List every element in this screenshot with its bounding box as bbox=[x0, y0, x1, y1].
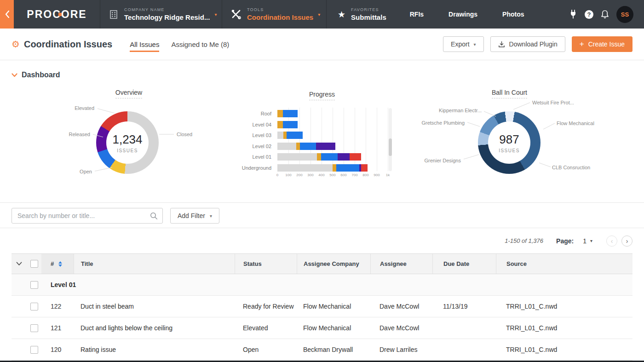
bar-category-label: Level 03 bbox=[230, 132, 271, 139]
search-box bbox=[12, 208, 163, 224]
bar-category-label: Level 02 bbox=[230, 143, 271, 150]
pagination-bar: 1-150 of 1,376 Page: 1 ▾ ‹ › bbox=[0, 228, 644, 253]
gridline bbox=[388, 108, 388, 171]
bar-category-label: Roof bbox=[230, 110, 271, 117]
group-checkbox[interactable] bbox=[30, 281, 38, 289]
donut-segment-label: Kipperman Electr... bbox=[439, 108, 482, 113]
gridline bbox=[366, 108, 366, 171]
table-header-row: # Title Status Assignee Company Assignee… bbox=[12, 253, 632, 274]
row-checkbox[interactable] bbox=[30, 324, 38, 332]
column-header-assignee-company[interactable]: Assignee Company bbox=[297, 254, 370, 274]
table-body: 122Duct in steel beamReady for ReviewFlo… bbox=[12, 296, 632, 361]
add-filter-button[interactable]: Add Filter ▾ bbox=[170, 208, 219, 224]
help-icon[interactable]: ? bbox=[585, 10, 593, 19]
stacked-bar[interactable] bbox=[277, 153, 361, 161]
ball-in-court-donut-center: 987 ISSUES bbox=[488, 121, 530, 164]
nav-link-rfis[interactable]: RFIs bbox=[397, 0, 436, 29]
plugin-icon[interactable] bbox=[569, 9, 578, 19]
cell-assignee: Drew Larriles bbox=[370, 346, 432, 353]
nav-back-button[interactable] bbox=[0, 0, 14, 29]
bar-segment-yellow bbox=[296, 143, 300, 150]
gridline bbox=[377, 108, 377, 171]
nav-link-photos[interactable]: Photos bbox=[490, 0, 536, 29]
column-header-number[interactable]: # bbox=[41, 254, 74, 274]
nav-link-photos-label: Photos bbox=[502, 11, 524, 18]
stacked-bar[interactable] bbox=[277, 143, 335, 150]
page-caret-icon: ▾ bbox=[590, 238, 592, 243]
add-filter-label: Add Filter bbox=[178, 212, 205, 219]
select-all-checkbox[interactable] bbox=[30, 260, 38, 268]
column-header-due-date[interactable]: Due Date bbox=[432, 254, 496, 274]
overview-chart: Overview 1,234 ISSUES ElevatedReleasedOp… bbox=[51, 86, 207, 189]
company-picker[interactable]: COMPANY NAME Technology Ridge Resid... ▾ bbox=[100, 0, 222, 29]
bar-segment-yellow bbox=[277, 121, 283, 128]
tab-assigned-to-me[interactable]: Assigned to Me (8) bbox=[171, 36, 229, 52]
favorite-submittals[interactable]: ★ FAVORITES Submittals bbox=[327, 0, 397, 29]
create-issue-button[interactable]: + Create Issue bbox=[572, 36, 632, 52]
building-icon bbox=[109, 9, 119, 19]
gear-icon[interactable]: ⚙ bbox=[12, 40, 20, 49]
procore-logo[interactable]: PROCORE bbox=[14, 0, 100, 29]
nav-link-drawings[interactable]: Drawings bbox=[436, 0, 490, 29]
gridline bbox=[310, 108, 311, 171]
cell-assignee: Dave McCowl bbox=[370, 303, 432, 310]
sort-arrows-icon[interactable] bbox=[58, 261, 62, 267]
donut-segment-label: Closed bbox=[177, 132, 192, 137]
overview-total-label: ISSUES bbox=[117, 148, 138, 153]
bar-segment-blue bbox=[287, 132, 303, 139]
table-row[interactable]: 121Duct and lights below the ceilingElev… bbox=[12, 317, 632, 339]
chevron-down-icon bbox=[12, 73, 17, 77]
download-plugin-button[interactable]: Download Plugin bbox=[490, 36, 565, 52]
tabs: All Issues Assigned to Me (8) bbox=[130, 36, 229, 52]
row-checkbox[interactable] bbox=[30, 346, 38, 354]
export-button[interactable]: Export ▾ bbox=[443, 36, 484, 52]
stacked-bar[interactable] bbox=[277, 164, 368, 172]
bar-segment-yellow bbox=[283, 132, 287, 139]
next-page-button[interactable]: › bbox=[621, 236, 632, 247]
gridline bbox=[333, 108, 333, 171]
cell-num: 121 bbox=[41, 324, 74, 332]
tools-icon bbox=[230, 9, 242, 20]
stacked-bar[interactable] bbox=[277, 132, 303, 139]
page-selector[interactable]: 1 ▾ bbox=[583, 237, 592, 245]
donut-segment-label: Grenier Designs bbox=[425, 158, 461, 163]
tab-all-issues[interactable]: All Issues bbox=[130, 36, 159, 52]
export-caret-icon: ▾ bbox=[474, 42, 476, 47]
procore-logo-dot bbox=[58, 13, 62, 16]
create-issue-label: Create Issue bbox=[588, 40, 625, 48]
bar-segment-gray bbox=[277, 153, 317, 161]
user-avatar[interactable]: SS bbox=[616, 6, 633, 23]
favorites-value: Submittals bbox=[351, 13, 386, 21]
donut-segment-label: Flow Mechanical bbox=[557, 121, 594, 126]
prev-page-button[interactable]: ‹ bbox=[606, 236, 617, 247]
group-row-level-01: Level 01 bbox=[12, 274, 632, 296]
gridline bbox=[322, 108, 322, 171]
chart-scrollbar-thumb[interactable] bbox=[389, 138, 392, 156]
column-header-assignee[interactable]: Assignee bbox=[370, 254, 432, 274]
overview-donut-center: 1,234 ISSUES bbox=[106, 121, 149, 164]
tools-picker[interactable]: TOOLS Coordination Issues ▾ bbox=[222, 0, 327, 29]
row-checkbox[interactable] bbox=[30, 303, 38, 310]
bar-segment-gray bbox=[277, 164, 333, 172]
progress-chart-title: Progress bbox=[309, 91, 335, 100]
cell-source: TRRI_L01_C.nwd bbox=[496, 346, 632, 353]
bar-segment-purple bbox=[338, 153, 350, 161]
dashboard-toggle[interactable]: Dashboard bbox=[12, 71, 60, 79]
table-row[interactable]: 122Duct in steel beamReady for ReviewFlo… bbox=[12, 296, 632, 317]
chart-scrollbar[interactable] bbox=[389, 108, 392, 171]
bell-icon[interactable] bbox=[600, 9, 610, 19]
group-label: Level 01 bbox=[41, 281, 235, 288]
bar-segment-red bbox=[361, 164, 367, 172]
collapse-all-chevron[interactable] bbox=[16, 260, 22, 267]
x-axis-tick-label: 300 bbox=[307, 173, 313, 177]
page-header: ⚙ Coordination Issues All Issues Assigne… bbox=[0, 29, 644, 60]
column-header-title[interactable]: Title bbox=[74, 254, 235, 274]
stacked-bar[interactable] bbox=[277, 110, 298, 117]
table-row[interactable]: 120Rating issueOpenBeckman DrywallDrew L… bbox=[12, 339, 632, 361]
search-icon bbox=[150, 212, 158, 220]
search-input[interactable] bbox=[17, 212, 150, 219]
column-header-source[interactable]: Source bbox=[496, 254, 632, 274]
donut-segment-label: CLB Consruction bbox=[552, 165, 590, 170]
column-header-status[interactable]: Status bbox=[235, 254, 297, 274]
stacked-bar[interactable] bbox=[277, 121, 298, 128]
